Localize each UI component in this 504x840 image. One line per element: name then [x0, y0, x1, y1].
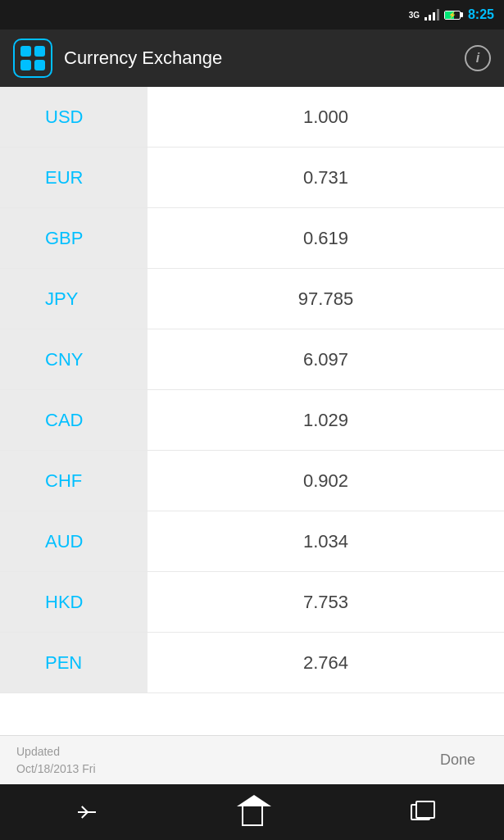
status-time: 8:25 — [468, 7, 494, 22]
currency-code: PEN — [45, 652, 82, 674]
currency-value-cell: 7.753 — [148, 592, 504, 613]
currency-label-cell: EUR — [0, 148, 148, 207]
currency-value-cell: 0.902 — [148, 470, 504, 492]
currency-value: 1.029 — [303, 410, 348, 431]
currency-label-cell: AUD — [0, 511, 148, 571]
currency-code: HKD — [45, 592, 83, 613]
currency-value-cell: 2.764 — [148, 652, 504, 674]
currency-row[interactable]: CNY 6.097 — [0, 329, 504, 390]
currency-row[interactable]: HKD 7.753 — [0, 572, 504, 633]
status-bar: 3G ⚡ 8:25 — [0, 0, 504, 30]
currency-code: CAD — [45, 410, 83, 431]
nav-bar — [0, 784, 504, 840]
currency-value-cell: 1.000 — [148, 107, 504, 128]
currency-label-cell: JPY — [0, 269, 148, 329]
currency-code: USD — [45, 107, 83, 128]
main-content: USD 1.000 EUR 0.731 GBP 0.619 JPY — [0, 87, 504, 784]
currency-value: 0.619 — [303, 228, 348, 249]
battery-icon: ⚡ — [444, 11, 463, 20]
done-button[interactable]: Done — [440, 751, 504, 769]
currency-code: AUD — [45, 531, 83, 552]
currency-value: 2.764 — [303, 652, 348, 674]
recents-nav-button[interactable] — [396, 788, 445, 837]
currency-row[interactable]: PEN 2.764 — [0, 633, 504, 693]
home-nav-button[interactable] — [228, 788, 277, 837]
currency-label-cell: USD — [0, 87, 148, 147]
currency-value: 0.902 — [303, 470, 348, 492]
currency-row[interactable]: EUR 0.731 — [0, 148, 504, 208]
top-bar: Currency Exchange i — [0, 30, 504, 87]
info-button[interactable]: i — [465, 45, 491, 71]
currency-value: 97.785 — [298, 288, 353, 310]
currency-label-cell: HKD — [0, 572, 148, 632]
currency-value-cell: 0.619 — [148, 228, 504, 249]
currency-value-cell: 1.029 — [148, 410, 504, 431]
currency-value: 6.097 — [303, 349, 348, 370]
recents-icon — [411, 804, 430, 820]
currency-value: 7.753 — [303, 592, 348, 613]
app-title: Currency Exchange — [64, 48, 453, 69]
app-icon — [13, 39, 52, 78]
currency-value: 1.000 — [303, 107, 348, 128]
currency-code: JPY — [45, 288, 78, 310]
currency-code: CNY — [45, 349, 83, 370]
updated-text: Updated Oct/18/2013 Fri — [0, 743, 440, 778]
currency-row[interactable]: JPY 97.785 — [0, 269, 504, 329]
currency-row[interactable]: GBP 0.619 — [0, 208, 504, 269]
currency-row[interactable]: USD 1.000 — [0, 87, 504, 148]
currency-code: CHF — [45, 470, 82, 492]
currency-label-cell: GBP — [0, 208, 148, 268]
currency-code: GBP — [45, 228, 83, 249]
currency-list: USD 1.000 EUR 0.731 GBP 0.619 JPY — [0, 87, 504, 735]
currency-value-cell: 0.731 — [148, 167, 504, 188]
currency-value: 1.034 — [303, 531, 348, 552]
currency-value-cell: 97.785 — [148, 288, 504, 310]
currency-row[interactable]: CHF 0.902 — [0, 451, 504, 511]
currency-label-cell: PEN — [0, 633, 148, 692]
signal-3g-label: 3G — [409, 11, 420, 20]
signal-bars — [425, 9, 439, 20]
currency-label-cell: CHF — [0, 451, 148, 511]
currency-label-cell: CAD — [0, 390, 148, 450]
currency-value-cell: 1.034 — [148, 531, 504, 552]
home-icon — [242, 805, 263, 826]
currency-value-cell: 6.097 — [148, 349, 504, 370]
currency-row[interactable]: AUD 1.034 — [0, 511, 504, 572]
currency-label-cell: CNY — [0, 329, 148, 389]
back-icon — [71, 804, 98, 820]
footer: Updated Oct/18/2013 Fri Done — [0, 735, 504, 784]
currency-value: 0.731 — [303, 167, 348, 188]
back-nav-button[interactable] — [60, 788, 109, 837]
currency-code: EUR — [45, 167, 83, 188]
currency-row[interactable]: CAD 1.029 — [0, 390, 504, 451]
